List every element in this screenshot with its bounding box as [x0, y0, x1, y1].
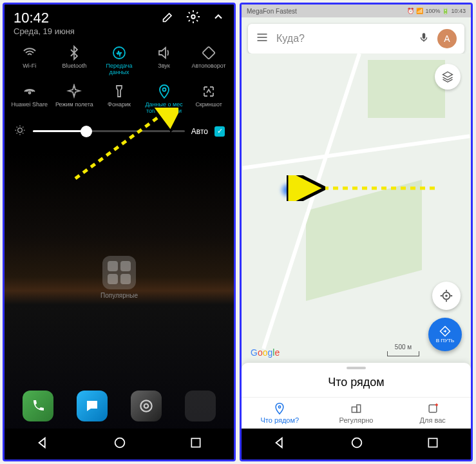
phone-quick-settings: 10:42 Среда, 19 июня Wi-Fi Bluetooth Пер… — [3, 3, 236, 461]
svg-rect-11 — [423, 33, 426, 39]
sheet-handle[interactable] — [347, 367, 366, 369]
go-button-label: В ПУТЬ — [436, 338, 455, 343]
nav-bar-2 — [242, 429, 471, 459]
status-date: Среда, 19 июня — [14, 26, 75, 36]
svg-point-14 — [279, 406, 281, 408]
google-logo: Google — [251, 347, 280, 358]
avatar[interactable]: A — [437, 29, 457, 48]
nav-home[interactable] — [113, 436, 127, 452]
folder-icon — [102, 256, 136, 289]
edit-icon[interactable] — [162, 10, 175, 26]
home-folder[interactable]: Популярные — [100, 256, 138, 299]
dock-apps[interactable] — [185, 391, 216, 421]
qs-tile-data[interactable]: Передача данных — [97, 45, 141, 76]
settings-icon[interactable] — [186, 10, 200, 26]
flashlight-icon — [111, 84, 127, 99]
nav-back-2[interactable] — [273, 436, 287, 452]
directions-icon — [439, 325, 451, 337]
share-icon — [22, 84, 37, 99]
qs-tile-location[interactable]: Данные о мес тоположении — [142, 84, 186, 115]
bluetooth-icon — [66, 45, 82, 61]
battery-icon: 🔋 — [442, 8, 449, 14]
dock — [5, 383, 234, 429]
dock-phone[interactable] — [23, 391, 53, 421]
rotate-icon — [201, 45, 216, 61]
chevron-up-icon[interactable] — [212, 10, 225, 26]
brightness-row: Авто ✓ — [5, 119, 234, 144]
svg-point-6 — [140, 400, 151, 411]
brightness-icon — [14, 124, 26, 139]
menu-icon[interactable] — [256, 31, 269, 46]
svg-point-8 — [115, 438, 125, 448]
qs-tile-airplane[interactable]: Режим полета — [52, 84, 96, 115]
qs-tile-wifi[interactable]: Wi-Fi — [8, 45, 52, 76]
nav-back[interactable] — [36, 436, 50, 452]
tab-commute[interactable]: Регулярно — [318, 398, 395, 429]
svg-point-5 — [18, 128, 23, 132]
qs-tile-sound[interactable]: Звук — [142, 45, 186, 76]
qs-tile-flash[interactable]: Фонарик — [97, 84, 141, 115]
status-bar-2: MegaFon Fastest ⏰ 📶 100% 🔋 10:43 — [242, 5, 471, 17]
auto-brightness-label: Авто — [191, 127, 208, 136]
battery-label: 100% — [425, 8, 440, 14]
signal-icon: 📶 — [416, 8, 423, 14]
svg-rect-9 — [192, 438, 200, 447]
quick-settings-panel: Wi-Fi Bluetooth Передача данных Звук Авт… — [5, 37, 234, 151]
status-bar: 10:42 Среда, 19 июня — [5, 5, 234, 37]
qs-tile-rotate[interactable]: Автоповорот — [187, 45, 231, 76]
location-icon — [157, 84, 172, 99]
folder-label: Популярные — [100, 292, 138, 299]
screenshot-icon — [201, 84, 216, 99]
qs-tile-share[interactable]: Huawei Share — [8, 84, 52, 115]
nav-bar — [5, 429, 234, 459]
search-placeholder: Куда? — [276, 33, 410, 44]
svg-rect-17 — [429, 405, 437, 412]
tabs: Что рядом? Регулярно Для вас — [242, 397, 471, 429]
map-view[interactable] — [242, 53, 471, 364]
wifi-icon — [22, 45, 37, 61]
svg-point-13 — [445, 295, 448, 297]
mic-icon[interactable] — [418, 32, 430, 46]
svg-rect-19 — [429, 438, 437, 447]
status-time: 10:42 — [14, 10, 75, 26]
svg-point-3 — [28, 92, 30, 93]
airplane-icon — [66, 84, 82, 99]
qs-tile-bluetooth[interactable]: Bluetooth — [52, 45, 96, 76]
svg-point-0 — [191, 15, 195, 19]
layers-button[interactable] — [435, 64, 461, 90]
sheet-title: Что рядом — [242, 373, 471, 397]
carrier-label: MegaFon Fastest — [247, 8, 297, 15]
svg-rect-16 — [357, 405, 361, 412]
nav-recent[interactable] — [189, 436, 202, 452]
data-icon — [111, 45, 127, 61]
alarm-icon: ⏰ — [407, 8, 414, 14]
dock-settings[interactable] — [131, 391, 162, 421]
brightness-slider[interactable] — [33, 130, 185, 132]
svg-rect-15 — [352, 407, 357, 412]
search-bar[interactable]: Куда? A — [248, 24, 464, 53]
map-scale: 500 м — [387, 351, 419, 356]
nav-recent-2[interactable] — [426, 436, 439, 452]
svg-point-4 — [162, 88, 166, 91]
svg-point-18 — [352, 438, 362, 448]
bottom-sheet[interactable]: Что рядом Что рядом? Регулярно Для вас — [242, 363, 471, 429]
tab-nearby[interactable]: Что рядом? — [242, 398, 318, 429]
dock-messages[interactable] — [77, 391, 108, 421]
nav-home-2[interactable] — [350, 436, 364, 452]
status-time-2: 10:43 — [451, 8, 466, 14]
go-button[interactable]: В ПУТЬ — [428, 318, 462, 351]
locate-button[interactable] — [432, 282, 461, 310]
sound-icon — [157, 45, 172, 61]
current-location-dot — [280, 182, 296, 198]
tab-foryou[interactable]: Для вас — [394, 398, 471, 429]
phone-maps: MegaFon Fastest ⏰ 📶 100% 🔋 10:43 Куда? A… — [240, 3, 473, 461]
auto-brightness-checkbox[interactable]: ✓ — [214, 126, 225, 137]
svg-rect-2 — [202, 46, 215, 59]
qs-tile-screenshot[interactable]: Скриншот — [187, 84, 231, 115]
svg-point-7 — [144, 404, 149, 409]
